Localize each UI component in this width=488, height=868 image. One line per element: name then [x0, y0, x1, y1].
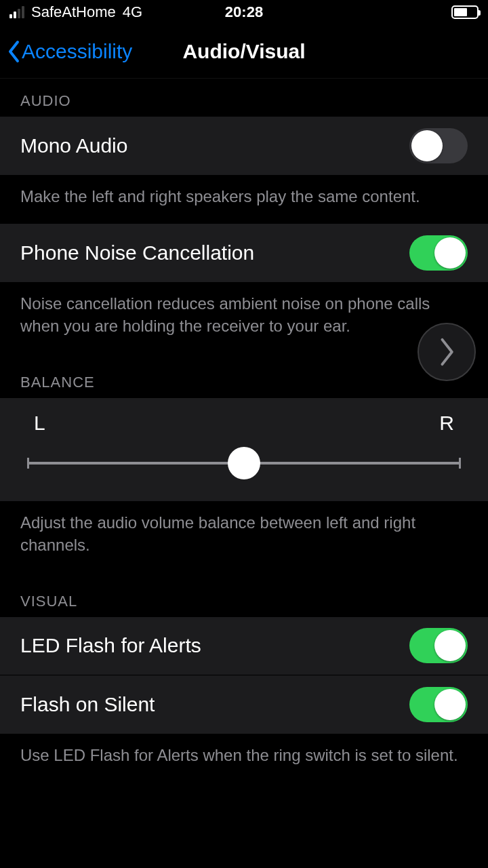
led-flash-label: LED Flash for Alerts: [20, 634, 201, 657]
visual-footer: Use LED Flash for Alerts when the ring s…: [0, 734, 488, 783]
balance-slider-container: L R: [0, 398, 488, 501]
row-noise-cancellation[interactable]: Phone Noise Cancellation: [0, 224, 488, 282]
section-header-balance: BALANCE: [0, 353, 488, 398]
clock: 20:28: [0, 3, 488, 21]
noise-cancellation-footer: Noise cancellation reduces ambient noise…: [0, 282, 488, 353]
forward-button[interactable]: [418, 323, 476, 381]
status-bar: SafeAtHome 4G 20:28: [0, 0, 488, 24]
back-label: Accessibility: [22, 40, 132, 63]
mono-audio-footer: Make the left and right speakers play th…: [0, 175, 488, 224]
balance-thumb[interactable]: [228, 447, 260, 479]
flash-on-silent-label: Flash on Silent: [20, 693, 155, 716]
battery-icon: [451, 5, 479, 19]
row-mono-audio[interactable]: Mono Audio: [0, 117, 488, 175]
section-header-visual: VISUAL: [0, 572, 488, 617]
back-button[interactable]: Accessibility: [7, 40, 132, 63]
balance-footer: Adjust the audio volume balance between …: [0, 501, 488, 572]
mono-audio-label: Mono Audio: [20, 134, 127, 157]
navbar: Accessibility Audio/Visual: [0, 24, 488, 79]
noise-cancellation-label: Phone Noise Cancellation: [20, 241, 254, 264]
led-flash-switch[interactable]: [409, 628, 468, 663]
row-flash-on-silent[interactable]: Flash on Silent: [0, 675, 488, 734]
row-led-flash[interactable]: LED Flash for Alerts: [0, 617, 488, 675]
mono-audio-switch[interactable]: [409, 128, 468, 163]
section-header-audio: AUDIO: [0, 79, 488, 117]
balance-slider[interactable]: [27, 450, 461, 477]
flash-on-silent-switch[interactable]: [409, 687, 468, 722]
balance-left-label: L: [34, 412, 45, 435]
noise-cancellation-switch[interactable]: [409, 235, 468, 271]
balance-right-label: R: [439, 412, 454, 435]
chevron-right-icon: [437, 337, 456, 367]
